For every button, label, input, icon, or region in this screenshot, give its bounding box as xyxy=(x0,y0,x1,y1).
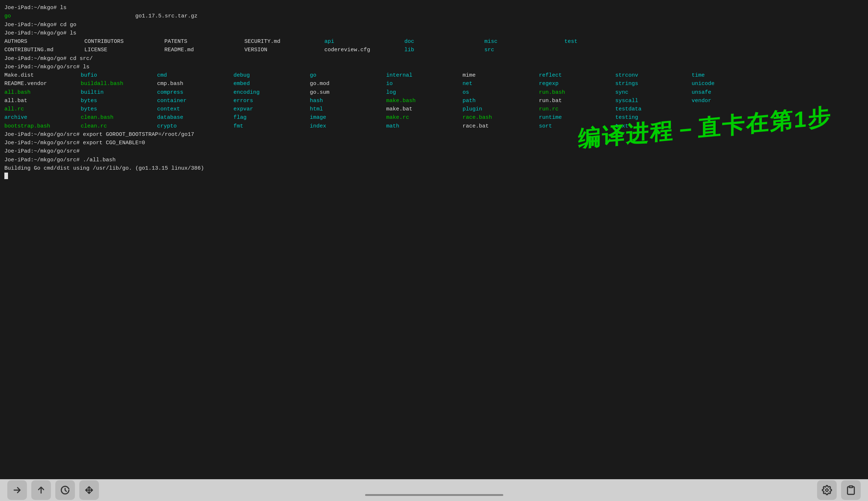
line-run-allbash: Joe-iPad:~/mkgo/go/src# ./all.bash xyxy=(4,156,864,164)
arrow-up-icon xyxy=(36,485,46,495)
src-row3: all.bash builtin compress encoding go.su… xyxy=(4,88,864,97)
go-ls-row1: AUTHORS CONTRIBUTORS PATENTS SECURITY.md… xyxy=(4,37,864,46)
go-ls-row2: CONTRIBUTING.md LICENSE README.md VERSIO… xyxy=(4,46,864,54)
move-button[interactable] xyxy=(79,480,99,500)
scroll-indicator xyxy=(365,494,503,496)
line-ls-mkgo: Joe-iPad:~/mkgo# ls xyxy=(4,4,864,12)
line-go-file: go go1.17.5.src.tar.gz xyxy=(4,12,864,20)
forward-button[interactable] xyxy=(7,480,27,500)
line-building: Building Go cmd/dist using /usr/lib/go. … xyxy=(4,164,864,173)
svg-rect-1 xyxy=(849,486,852,488)
history-icon xyxy=(60,485,70,495)
svg-point-0 xyxy=(826,489,828,492)
line-ls-go: Joe-iPad:~/mkgo/go# ls xyxy=(4,29,864,37)
history-button[interactable] xyxy=(55,480,75,500)
clipboard-icon xyxy=(846,485,856,495)
clipboard-button[interactable] xyxy=(841,480,861,500)
toolbar-right-buttons xyxy=(817,480,861,500)
toolbar xyxy=(0,479,868,501)
src-row2: README.vendor buildall.bash cmp.bash emb… xyxy=(4,80,864,88)
src-row4: all.bat bytes container errors hash make… xyxy=(4,97,864,105)
line-cursor xyxy=(4,173,864,179)
settings-button[interactable] xyxy=(817,480,837,500)
terminal-cursor xyxy=(4,173,8,179)
go-dir-listing: AUTHORS CONTRIBUTORS PATENTS SECURITY.md… xyxy=(4,37,864,54)
src-row1: Make.dist bufio cmd debug go internal mi… xyxy=(4,71,864,80)
settings-icon xyxy=(822,485,832,495)
arrow-right-icon xyxy=(12,485,22,495)
line-cd-go: Joe-iPad:~/mkgo# cd go xyxy=(4,21,864,29)
line-cd-src: Joe-iPad:~/mkgo/go# cd src/ xyxy=(4,54,864,63)
terminal: Joe-iPad:~/mkgo# ls go go1.17.5.src.tar.… xyxy=(0,0,868,479)
up-button[interactable] xyxy=(31,480,51,500)
move-icon xyxy=(84,485,94,495)
line-empty-prompt: Joe-iPad:~/mkgo/go/src# xyxy=(4,147,864,155)
line-ls-src: Joe-iPad:~/mkgo/go/src# ls xyxy=(4,63,864,71)
toolbar-left-buttons xyxy=(7,480,99,500)
